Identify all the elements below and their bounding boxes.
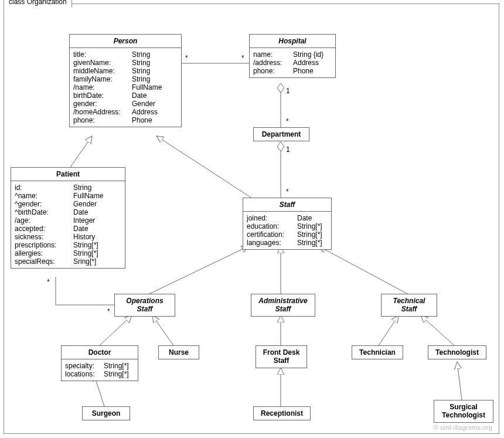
mult-dept-one: 1 bbox=[286, 145, 290, 154]
svg-line-8 bbox=[100, 315, 132, 345]
class-technologist: Technologist bbox=[428, 345, 486, 359]
svg-line-9 bbox=[152, 315, 173, 345]
class-surgtech-title: Surgical Technologist bbox=[434, 400, 493, 422]
class-technician: Technician bbox=[352, 345, 403, 359]
class-staff: Staff joined:Dateeducation:String[*]cert… bbox=[243, 198, 332, 250]
class-admstaff-title: Administrative Staff bbox=[251, 294, 315, 316]
class-techstaff: Technical Staff bbox=[381, 294, 437, 317]
class-surgtech: Surgical Technologist bbox=[434, 400, 493, 423]
class-nurse: Nurse bbox=[158, 345, 199, 359]
class-doctor: Doctor specialty:String[*]locations:Stri… bbox=[61, 345, 138, 381]
class-techstaff-title: Technical Staff bbox=[382, 294, 437, 316]
class-technician-title: Technician bbox=[352, 346, 403, 359]
class-receptionist: Receptionist bbox=[253, 406, 311, 420]
svg-line-12 bbox=[421, 315, 454, 345]
svg-line-2 bbox=[156, 136, 252, 198]
class-patient-title: Patient bbox=[11, 168, 125, 181]
class-nurse-title: Nurse bbox=[159, 346, 199, 359]
class-admstaff: Administrative Staff bbox=[251, 294, 315, 317]
mult-hospital-one: 1 bbox=[286, 87, 290, 95]
class-hospital-title: Hospital bbox=[250, 35, 335, 48]
class-person-title: Person bbox=[70, 35, 181, 48]
class-hospital-attrs: name:String {id}/address:Addressphone:Ph… bbox=[250, 48, 335, 77]
mult-dept-star-top: * bbox=[286, 117, 289, 125]
class-hospital: Hospital name:String {id}/address:Addres… bbox=[249, 34, 336, 78]
class-staff-title: Staff bbox=[243, 198, 331, 212]
class-technologist-title: Technologist bbox=[428, 346, 486, 359]
class-patient-attrs: id:String^name:FullName^gender:Gender^bi… bbox=[11, 181, 125, 268]
class-receptionist-title: Receptionist bbox=[254, 407, 310, 420]
class-patient: Patient id:String^name:FullName^gender:G… bbox=[11, 167, 125, 269]
class-surgeon: Surgeon bbox=[82, 406, 130, 420]
class-department: Department bbox=[253, 127, 309, 141]
svg-line-5 bbox=[149, 246, 248, 294]
mult-hospital-star: * bbox=[241, 54, 244, 62]
svg-line-1 bbox=[70, 136, 92, 167]
svg-line-11 bbox=[379, 315, 399, 345]
class-doctor-title: Doctor bbox=[62, 346, 138, 359]
frame-title: class Organization bbox=[4, 0, 72, 8]
class-surgeon-title: Surgeon bbox=[83, 407, 130, 420]
class-opsstaff: Operations Staff bbox=[114, 294, 175, 317]
class-staff-attrs: joined:Dateeducation:String[*]certificat… bbox=[243, 212, 331, 249]
class-person-attrs: title:StringgivenName:StringmiddleName:S… bbox=[70, 48, 181, 127]
class-opsstaff-title: Operations Staff bbox=[115, 294, 175, 316]
class-frontdesk: Front Desk Staff bbox=[256, 345, 307, 368]
class-doctor-attrs: specialty:String[*]locations:String[*] bbox=[62, 359, 138, 381]
svg-line-15 bbox=[457, 362, 462, 400]
mult-person-star: * bbox=[185, 54, 188, 62]
mult-ops-star: * bbox=[107, 307, 110, 315]
mult-dept-star-side: * bbox=[286, 188, 289, 196]
class-department-title: Department bbox=[254, 128, 309, 141]
svg-line-7 bbox=[319, 246, 407, 294]
class-frontdesk-title: Front Desk Staff bbox=[256, 346, 307, 368]
watermark: © uml-diagrams.org bbox=[434, 424, 492, 431]
mult-patient-star: * bbox=[47, 278, 50, 286]
class-person: Person title:StringgivenName:Stringmiddl… bbox=[69, 34, 182, 127]
